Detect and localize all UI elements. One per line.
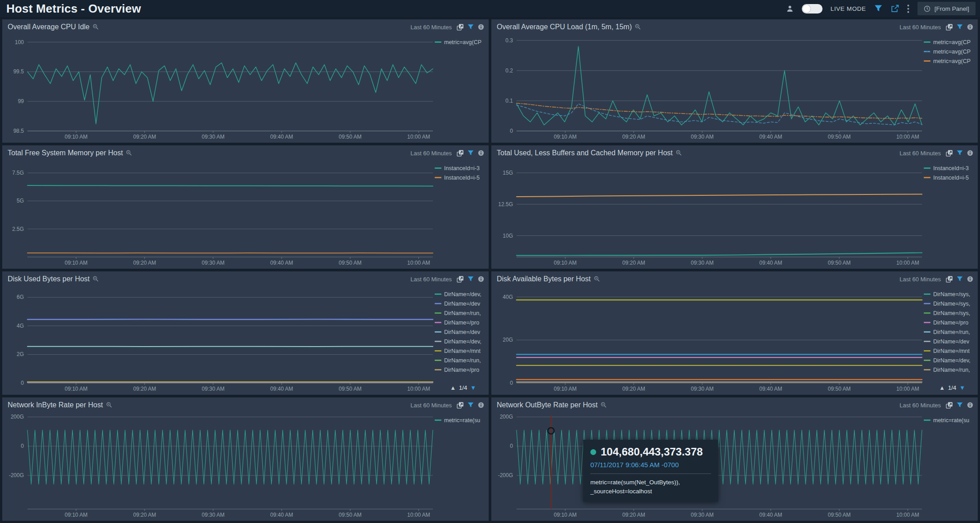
zoom-in-icon[interactable]	[635, 24, 641, 30]
legend-item[interactable]: metric=avg(CP	[924, 58, 977, 64]
from-panel-button[interactable]: [From Panel]	[917, 2, 976, 15]
info-icon[interactable]	[478, 150, 484, 156]
legend-item[interactable]: DirName=/run,	[435, 310, 488, 316]
open-in-new-icon[interactable]	[946, 402, 953, 409]
share-icon[interactable]	[890, 5, 899, 13]
legend-item[interactable]: metric=rate(su	[924, 417, 977, 423]
svg-text:09:10 AM: 09:10 AM	[554, 386, 577, 392]
legend-label: metric=avg(CP	[933, 39, 971, 45]
zoom-in-icon[interactable]	[106, 402, 112, 408]
open-in-new-icon[interactable]	[457, 402, 463, 409]
legend-item[interactable]: DirName=/dev,	[924, 357, 977, 363]
open-in-new-icon[interactable]	[457, 150, 463, 157]
info-icon[interactable]	[478, 24, 484, 30]
time-range-label: Last 60 Minutes	[410, 276, 452, 283]
panel-title: Overall Average CPU Load (1m, 5m, 15m)	[497, 23, 632, 31]
chart-disk-used[interactable]: 6G4G2G009:10 AM09:20 AM09:30 AM09:40 AM0…	[2, 285, 489, 395]
legend-item[interactable]: InstanceId=i-5	[435, 175, 488, 180]
chart-free-memory[interactable]: 7.5G5G2.5G09:10 AM09:20 AM09:30 AM09:40 …	[2, 159, 489, 269]
legend-item[interactable]: DirName=/dev	[924, 338, 977, 344]
svg-text:09:20 AM: 09:20 AM	[622, 260, 645, 266]
pager-up-icon[interactable]: ▲	[450, 384, 456, 391]
legend-item[interactable]: InstanceId=i-3	[435, 165, 488, 171]
zoom-in-icon[interactable]	[601, 402, 607, 408]
legend-item[interactable]: DirName=/dev,	[435, 291, 488, 297]
legend-item[interactable]: DirName=/pro	[924, 320, 977, 325]
chart-network-out[interactable]: 200G0-200G09:10 AM09:20 AM09:30 AM09:40 …	[491, 411, 978, 521]
open-in-new-icon[interactable]	[457, 24, 463, 31]
info-icon[interactable]	[967, 276, 973, 282]
panel-filter-icon[interactable]	[957, 402, 963, 408]
legend-item[interactable]: DirName=/dev	[435, 301, 488, 307]
panel-filter-icon[interactable]	[468, 402, 474, 408]
pager-down-icon[interactable]: ▼	[470, 384, 476, 391]
legend-item[interactable]: DirName=/run,	[924, 367, 977, 373]
legend-item[interactable]: DirName=/sys,	[924, 291, 977, 297]
zoom-in-icon[interactable]	[126, 150, 132, 156]
chart-cpu-load[interactable]: 0.30.20.1009:10 AM09:20 AM09:30 AM09:40 …	[491, 33, 978, 143]
filter-icon[interactable]	[874, 5, 882, 13]
kebab-menu-icon[interactable]	[907, 5, 909, 13]
live-mode-toggle[interactable]	[802, 4, 823, 14]
panel-filter-icon[interactable]	[468, 276, 474, 282]
time-range-label: Last 60 Minutes	[899, 276, 941, 283]
legend-item[interactable]: metric=avg(CP	[924, 39, 977, 45]
legend-item[interactable]: InstanceId=i-5	[924, 175, 977, 180]
panel-title: Overall Average CPU Idle	[8, 23, 90, 31]
zoom-in-icon[interactable]	[93, 24, 99, 30]
legend-item[interactable]: InstanceId=i-3	[924, 165, 977, 171]
tooltip-value: 104,680,443,373.378	[601, 446, 703, 458]
chart-used-memory[interactable]: 15G12.5G10G09:10 AM09:20 AM09:30 AM09:40…	[491, 159, 978, 269]
legend-item[interactable]: DirName=/dev	[435, 329, 488, 335]
svg-text:09:20 AM: 09:20 AM	[622, 386, 645, 392]
open-in-new-icon[interactable]	[946, 150, 953, 157]
open-in-new-icon[interactable]	[946, 276, 953, 283]
chart-cpu-idle[interactable]: 10099.59998.509:10 AM09:20 AM09:30 AM09:…	[2, 33, 489, 143]
svg-text:09:40 AM: 09:40 AM	[760, 512, 782, 518]
svg-text:2G: 2G	[17, 351, 24, 357]
zoom-in-icon[interactable]	[93, 276, 99, 282]
panel-filter-icon[interactable]	[957, 276, 963, 282]
panel-filter-icon[interactable]	[468, 150, 474, 156]
chart-network-in[interactable]: 200G0-200G09:10 AM09:20 AM09:30 AM09:40 …	[2, 411, 489, 521]
panel-filter-icon[interactable]	[957, 150, 963, 156]
panel-total-used-memory: Total Used, Less Buffers and Cached Memo…	[491, 145, 978, 269]
legend-item[interactable]: DirName=/pro	[435, 367, 488, 373]
legend-item[interactable]: metric=rate(su	[435, 417, 488, 423]
legend-item[interactable]: DirName=/sys,	[924, 310, 977, 316]
user-icon[interactable]	[786, 5, 794, 13]
tooltip-query-line2: _sourceHost=localhost	[590, 487, 711, 496]
svg-text:09:50 AM: 09:50 AM	[339, 386, 362, 392]
legend-item[interactable]: DirName=/sys,	[924, 301, 977, 307]
svg-text:09:40 AM: 09:40 AM	[760, 386, 782, 392]
legend-item[interactable]: metric=avg(CP	[435, 39, 488, 45]
info-icon[interactable]	[967, 150, 973, 156]
pager-down-icon[interactable]: ▼	[959, 384, 965, 391]
info-icon[interactable]	[967, 402, 973, 408]
zoom-in-icon[interactable]	[594, 276, 600, 282]
legend-item[interactable]: DirName=/run,	[435, 357, 488, 363]
legend-item[interactable]: metric=avg(CP	[924, 49, 977, 54]
info-icon[interactable]	[478, 276, 484, 282]
zoom-in-icon[interactable]	[676, 150, 682, 156]
panel-filter-icon[interactable]	[957, 24, 963, 30]
legend-item[interactable]: DirName=/dev,	[435, 338, 488, 344]
legend-item[interactable]: DirName=/mnt	[924, 348, 977, 354]
legend-label: DirName=/dev,	[444, 338, 481, 345]
legend-label: DirName=/dev,	[444, 291, 481, 298]
legend-label: metric=avg(CP	[933, 49, 971, 55]
panel-network-inbyte-rate: Network InByte Rate per Host Last 60 Min…	[2, 397, 489, 521]
chart-legend: DirName=/sys,DirName=/sys,DirName=/sys,D…	[924, 291, 977, 376]
legend-item[interactable]: DirName=/pro	[435, 320, 488, 325]
pager-up-icon[interactable]: ▲	[939, 384, 945, 391]
info-icon[interactable]	[478, 402, 484, 408]
legend-item[interactable]: DirName=/run,	[924, 329, 977, 335]
legend-item[interactable]: DirName=/mnt	[435, 348, 488, 354]
panel-filter-icon[interactable]	[468, 24, 474, 30]
chart-disk-available[interactable]: 40G20G009:10 AM09:20 AM09:30 AM09:40 AM0…	[491, 285, 978, 395]
svg-text:09:20 AM: 09:20 AM	[133, 260, 156, 266]
info-icon[interactable]	[967, 24, 973, 30]
open-in-new-icon[interactable]	[946, 24, 953, 31]
open-in-new-icon[interactable]	[457, 276, 463, 283]
svg-text:09:10 AM: 09:10 AM	[554, 512, 577, 518]
